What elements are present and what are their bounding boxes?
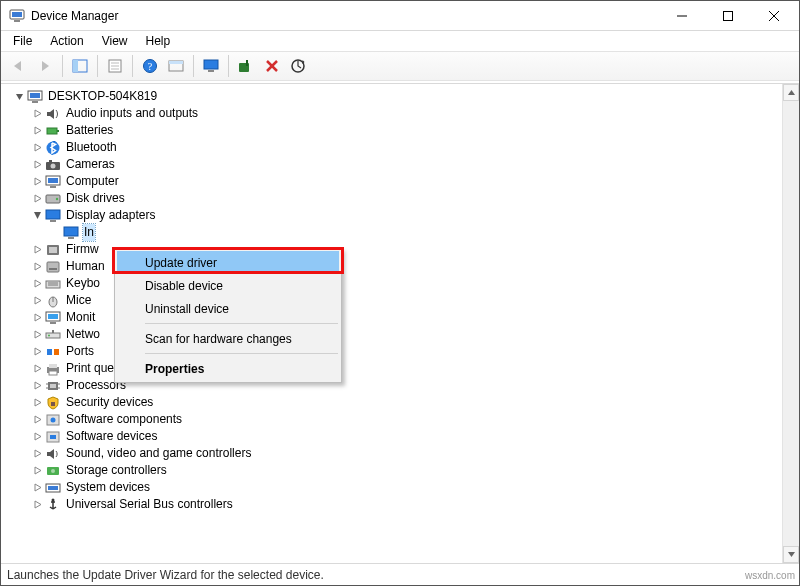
svg-rect-2	[14, 20, 20, 22]
expand-icon[interactable]	[31, 499, 43, 511]
forward-button[interactable]	[33, 54, 57, 78]
menu-action[interactable]: Action	[42, 33, 91, 49]
vertical-scrollbar[interactable]	[782, 84, 799, 563]
scan-button[interactable]	[286, 54, 310, 78]
expand-icon[interactable]	[31, 125, 43, 137]
tree-node-label: Computer	[65, 173, 120, 190]
swd-icon	[45, 429, 61, 445]
context-menu-item[interactable]: Disable device	[117, 274, 339, 297]
expand-icon[interactable]	[31, 312, 43, 324]
scroll-down-button[interactable]	[783, 546, 799, 563]
show-hide-tree-button[interactable]	[68, 54, 92, 78]
computer-icon	[27, 89, 43, 105]
tree-node[interactable]: Security devices	[7, 394, 799, 411]
svg-rect-52	[48, 314, 58, 319]
expand-icon[interactable]	[31, 278, 43, 290]
svg-rect-72	[50, 435, 56, 439]
menu-view[interactable]: View	[94, 33, 136, 49]
tree-node[interactable]: Disk drives	[7, 190, 799, 207]
network-icon	[45, 327, 61, 343]
menu-help[interactable]: Help	[138, 33, 179, 49]
tree-node-label: Netwo	[65, 326, 101, 343]
tree-node[interactable]: Storage controllers	[7, 462, 799, 479]
tree-root[interactable]: DESKTOP-504K819	[7, 88, 799, 105]
expand-icon[interactable]	[31, 244, 43, 256]
tree-leaf[interactable]: In	[7, 224, 799, 241]
usb-icon	[45, 497, 61, 513]
svg-rect-68	[51, 402, 55, 406]
toolbar-icon-1[interactable]	[164, 54, 188, 78]
properties-button[interactable]	[103, 54, 127, 78]
svg-rect-18	[208, 70, 214, 72]
svg-rect-53	[50, 322, 56, 324]
expand-icon[interactable]	[31, 142, 43, 154]
expand-icon[interactable]	[31, 482, 43, 494]
hid-icon	[45, 259, 61, 275]
tree-node[interactable]: Computer	[7, 173, 799, 190]
expand-icon[interactable]	[31, 414, 43, 426]
tree-node[interactable]: System devices	[7, 479, 799, 496]
tree-node-label: Storage controllers	[65, 462, 168, 479]
watermark: wsxdn.com	[745, 570, 795, 581]
printer-icon	[45, 361, 61, 377]
close-button[interactable]	[751, 1, 797, 31]
tree-leaf-label: In	[83, 224, 95, 241]
context-menu-item[interactable]: Update driver	[117, 251, 339, 274]
expand-icon[interactable]	[31, 176, 43, 188]
svg-rect-60	[49, 364, 57, 368]
expand-icon[interactable]	[31, 363, 43, 375]
tree-node[interactable]: Display adapters	[7, 207, 799, 224]
expand-icon[interactable]	[31, 193, 43, 205]
scroll-up-button[interactable]	[783, 84, 799, 101]
expand-icon[interactable]	[31, 329, 43, 341]
tree-node[interactable]: Universal Serial Bus controllers	[7, 496, 799, 513]
tree-node[interactable]: Sound, video and game controllers	[7, 445, 799, 462]
tree-node[interactable]: Batteries	[7, 122, 799, 139]
expand-icon[interactable]	[31, 397, 43, 409]
mouse-icon	[45, 293, 61, 309]
expand-icon[interactable]	[31, 380, 43, 392]
svg-rect-4	[724, 11, 733, 20]
app-icon	[9, 8, 25, 24]
expand-icon[interactable]	[31, 210, 43, 222]
context-menu-item[interactable]: Uninstall device	[117, 297, 339, 320]
svg-rect-17	[204, 60, 218, 69]
tree-node[interactable]: Audio inputs and outputs	[7, 105, 799, 122]
tree-node-label: System devices	[65, 479, 151, 496]
help-button[interactable]: ?	[138, 54, 162, 78]
svg-rect-16	[169, 61, 183, 64]
tree-node-label: Mice	[65, 292, 92, 309]
add-legacy-button[interactable]	[234, 54, 258, 78]
maximize-button[interactable]	[705, 1, 751, 31]
expand-icon[interactable]	[31, 261, 43, 273]
expand-icon[interactable]	[31, 159, 43, 171]
tree-node-label: Ports	[65, 343, 95, 360]
uninstall-button[interactable]	[260, 54, 284, 78]
collapse-icon[interactable]	[13, 91, 25, 103]
expand-icon[interactable]	[31, 448, 43, 460]
expand-icon[interactable]	[31, 465, 43, 477]
toolbar-icon-monitor[interactable]	[199, 54, 223, 78]
tree-node[interactable]: Software devices	[7, 428, 799, 445]
expand-icon[interactable]	[31, 431, 43, 443]
svg-rect-58	[54, 349, 59, 355]
menu-file[interactable]: File	[5, 33, 40, 49]
tree-node-label: Firmw	[65, 241, 100, 258]
expand-icon[interactable]	[31, 295, 43, 307]
expand-icon[interactable]	[31, 108, 43, 120]
context-menu-item[interactable]: Scan for hardware changes	[117, 327, 339, 350]
svg-rect-27	[47, 128, 57, 134]
back-button[interactable]	[7, 54, 31, 78]
firmware-icon	[45, 242, 61, 258]
svg-rect-76	[48, 486, 58, 490]
svg-rect-28	[57, 130, 59, 132]
svg-point-70	[51, 417, 56, 422]
minimize-button[interactable]	[659, 1, 705, 31]
expand-icon[interactable]	[31, 346, 43, 358]
tree-node-label: Software devices	[65, 428, 158, 445]
context-menu-item[interactable]: Properties	[117, 357, 339, 380]
tree-node-label: Disk drives	[65, 190, 126, 207]
tree-node[interactable]: Software components	[7, 411, 799, 428]
tree-node[interactable]: Cameras	[7, 156, 799, 173]
tree-node[interactable]: Bluetooth	[7, 139, 799, 156]
